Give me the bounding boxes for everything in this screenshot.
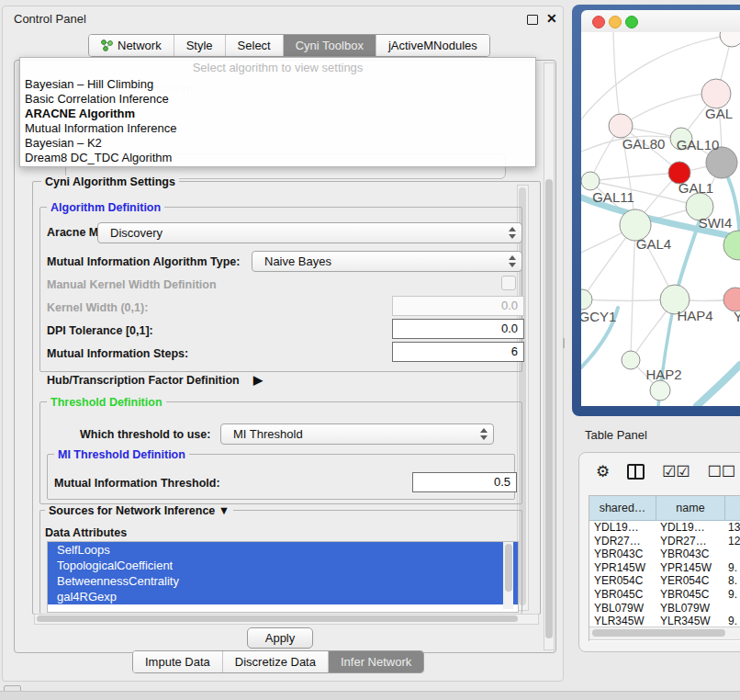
- combo-spinner-icon: [508, 227, 515, 239]
- table-header: shared…name: [589, 496, 740, 521]
- algorithm-item-bayesian-hill-climbing[interactable]: Bayesian – Hill Climbing: [20, 77, 535, 92]
- mi-steps-field[interactable]: 6: [392, 342, 524, 362]
- table-row[interactable]: YBL079WYBL079W: [589, 602, 740, 615]
- node-gal80[interactable]: [609, 114, 633, 138]
- dpi-tolerance-label: DPI Tolerance [0,1]:: [47, 324, 153, 337]
- table-cell: 9.: [723, 588, 740, 602]
- dpi-tolerance-field[interactable]: 0.0: [392, 319, 524, 339]
- node-label-gal: GAL: [705, 106, 733, 121]
- table-cell: YPR145W: [589, 561, 656, 575]
- table-cell: YBL079W: [656, 602, 723, 615]
- attribute-item-selfloops[interactable]: SelfLoops: [48, 542, 518, 558]
- attributes-vscrollbar-thumb[interactable]: [505, 544, 512, 592]
- combo-spinner-icon: [508, 255, 515, 267]
- hub-expand-arrow-icon[interactable]: ▶: [253, 373, 263, 387]
- table-row[interactable]: YBR045CYBR045C9.: [589, 588, 740, 602]
- table-hscrollbar-thumb[interactable]: [592, 629, 725, 637]
- data-attributes-list: SelfLoopsTopologicalCoefficientBetweenne…: [47, 541, 519, 613]
- algorithm-item-mutual-information-inference[interactable]: Mutual Information Inference: [20, 121, 535, 136]
- node-unlabeled[interactable]: [650, 380, 670, 401]
- column-header-shared[interactable]: shared…: [589, 496, 656, 520]
- table-cell: [723, 548, 740, 561]
- node-gal[interactable]: [701, 79, 731, 108]
- tab-cyni-toolbox[interactable]: Cyni Toolbox: [283, 35, 376, 56]
- table-hscrollbar[interactable]: [589, 627, 740, 640]
- table-row[interactable]: YER054CYER054C8.: [589, 574, 740, 588]
- network-graph[interactable]: GALGAL80GAL10GAL1GAL11SWI4GAL4GCY1HAP4YH…: [581, 32, 740, 406]
- tab-label: Style: [186, 39, 213, 52]
- table-row[interactable]: YLR345WYLR345W9.: [589, 615, 740, 625]
- table-cell: YER054C: [589, 574, 656, 588]
- close-traffic-light-icon[interactable]: [592, 16, 605, 28]
- attribute-item-gal4rgexp[interactable]: gal4RGexp: [48, 589, 518, 604]
- attribute-item-topologicalcoefficient[interactable]: TopologicalCoefficient: [48, 558, 518, 573]
- checked-columns-icon[interactable]: ☑☑: [662, 462, 690, 481]
- close-icon[interactable]: ✕: [546, 11, 557, 26]
- mi-algorithm-type-value: Naive Bayes: [264, 254, 331, 268]
- mi-threshold-group-title: MI Threshold Definition: [54, 448, 189, 461]
- tab-style[interactable]: Style: [174, 35, 225, 56]
- attributes-vscrollbar[interactable]: [503, 542, 513, 609]
- app-root: Control Panel ✕ NetworkStyleSelectCyni T…: [0, 0, 740, 700]
- tab-select[interactable]: Select: [225, 35, 283, 56]
- algorithm-item-aracne-algorithm[interactable]: ARACNE Algorithm: [20, 107, 535, 121]
- kernel-width-label: Kernel Width (0,1):: [47, 301, 148, 314]
- settings-hscrollbar-thumb[interactable]: [37, 615, 518, 622]
- mi-algorithm-type-combo[interactable]: Naive Bayes: [252, 251, 522, 272]
- unchecked-columns-icon[interactable]: ☐☐: [708, 462, 735, 481]
- sources-collapse-arrow-icon[interactable]: ▼: [219, 504, 230, 517]
- node-gal11[interactable]: [581, 172, 600, 190]
- cyni-algorithm-settings-title: Cyni Algorithm Settings: [41, 175, 179, 188]
- table-cell: YDL19…: [656, 521, 723, 535]
- tab-jactivemnodules[interactable]: jActiveMNodules: [376, 35, 489, 56]
- node-gcy1[interactable]: [581, 289, 592, 310]
- algorithm-item-dream8-dc-tdc-algorithm[interactable]: Dream8 DC_TDC Algorithm: [20, 151, 535, 165]
- gear-icon[interactable]: ⚙: [596, 462, 610, 481]
- node-label-gcy1: GCY1: [581, 309, 616, 324]
- minimize-traffic-light-icon[interactable]: [609, 16, 622, 28]
- zoom-traffic-light-icon[interactable]: [625, 16, 638, 28]
- table-cell: YDL19…: [589, 521, 656, 535]
- table-rows: YDL19…YDL19…13YDR27…YDR27…12YBR043CYBR04…: [589, 521, 740, 625]
- network-view-window[interactable]: GALGAL80GAL10GAL1GAL11SWI4GAL4GCY1HAP4YH…: [572, 5, 740, 416]
- attribute-item-betweennesscentrality[interactable]: BetweennessCentrality: [48, 573, 518, 589]
- network-window-titlebar[interactable]: [581, 10, 740, 32]
- node-unlabeled[interactable]: [720, 32, 740, 47]
- data-attributes-label: Data Attributes: [45, 526, 127, 539]
- network-icon: [101, 40, 113, 51]
- kernel-width-field[interactable]: 0.0: [392, 296, 524, 316]
- tab-label: Impute Data: [145, 655, 210, 669]
- split-columns-icon[interactable]: [627, 464, 645, 480]
- algorithm-item-basic-correlation-inference[interactable]: Basic Correlation Inference: [20, 92, 535, 107]
- panel-splitter-handle[interactable]: [563, 338, 565, 348]
- float-panel-icon[interactable]: [527, 15, 538, 25]
- column-header-hidden[interactable]: [725, 496, 740, 520]
- table-row[interactable]: YPR145WYPR145W9.: [589, 561, 740, 575]
- tab-infer-network[interactable]: Infer Network: [328, 651, 423, 672]
- settings-hscrollbar[interactable]: [34, 614, 539, 625]
- node-label-hap4: HAP4: [677, 308, 712, 323]
- which-threshold-combo[interactable]: MI Threshold: [220, 423, 494, 445]
- table-cell: 8.: [723, 574, 740, 588]
- table-row[interactable]: YDL19…YDL19…13: [589, 521, 740, 535]
- sources-title[interactable]: Sources for Network Inference ▼: [45, 504, 233, 517]
- algorithm-item-bayesian-k2[interactable]: Bayesian – K2: [20, 136, 535, 151]
- tab-impute-data[interactable]: Impute Data: [133, 651, 222, 672]
- aracne-mode-combo[interactable]: Discovery: [97, 222, 522, 243]
- mi-threshold-field[interactable]: 0.5: [412, 472, 517, 492]
- panel-vscrollbar[interactable]: [544, 62, 555, 650]
- table-cell: YBR043C: [656, 548, 723, 561]
- table-row[interactable]: YDR27…YDR27…12: [589, 535, 740, 548]
- panel-vscrollbar-thumb[interactable]: [545, 179, 553, 638]
- apply-button[interactable]: Apply: [247, 627, 313, 649]
- node-hap2[interactable]: [622, 351, 640, 369]
- tab-label: Infer Network: [341, 655, 411, 669]
- tab-discretize-data[interactable]: Discretize Data: [222, 651, 328, 672]
- algorithm-list: Bayesian – Hill ClimbingBasic Correlatio…: [20, 77, 535, 165]
- tab-network[interactable]: Network: [89, 35, 174, 56]
- column-header-name[interactable]: name: [656, 496, 725, 520]
- manual-kernel-width-checkbox[interactable]: [501, 276, 516, 290]
- table-row[interactable]: YBR043CYBR043C: [589, 548, 740, 561]
- network-canvas[interactable]: GALGAL80GAL10GAL1GAL11SWI4GAL4GCY1HAP4YH…: [581, 32, 740, 406]
- hub-definition-label[interactable]: Hub/Transcription Factor Definition: [47, 374, 240, 387]
